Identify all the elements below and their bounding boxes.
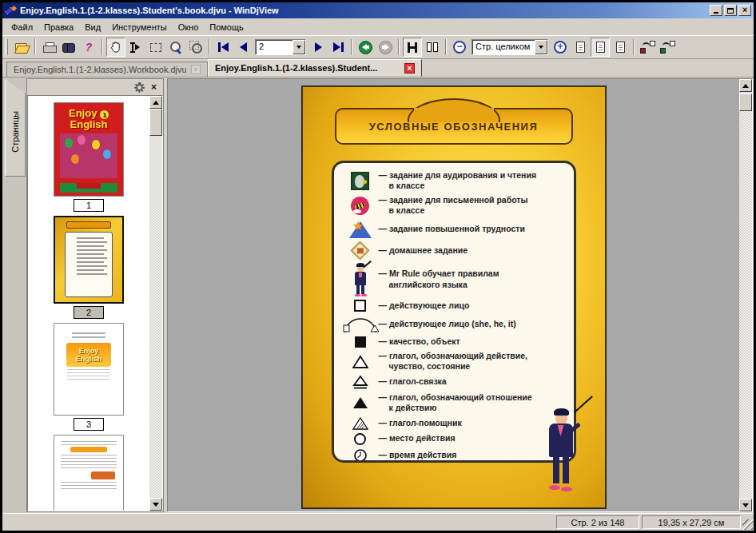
- menu-window[interactable]: Окно: [173, 21, 205, 34]
- binoculars-icon: [62, 43, 75, 51]
- scrollbar-track[interactable]: [739, 92, 752, 499]
- continuous-layout-icon: [408, 42, 417, 53]
- toolbar-separator: [445, 39, 447, 55]
- tab-students-book[interactable]: Enjoy.English.1.(1-2.klasses).Student...…: [208, 59, 422, 77]
- maximize-button[interactable]: [724, 5, 737, 16]
- toolbar-grip[interactable]: [6, 39, 8, 55]
- magnifier-rect-icon: [189, 41, 202, 54]
- next-page-button[interactable]: [308, 38, 328, 57]
- pan-tool-button[interactable]: [106, 38, 125, 57]
- facing-pages-button[interactable]: [423, 38, 442, 57]
- thumbnail-page-number[interactable]: 1: [74, 199, 104, 212]
- scrollbar-thumb[interactable]: [739, 93, 752, 111]
- gear-icon[interactable]: [136, 84, 143, 91]
- fit-width-icon: [616, 42, 625, 53]
- next-page-icon: [315, 42, 322, 52]
- toolbar-separator: [351, 39, 352, 55]
- tab-close-button[interactable]: ×: [404, 63, 415, 74]
- arch-icon: [342, 315, 379, 333]
- resize-grip[interactable]: [742, 519, 753, 530]
- menu-tools[interactable]: Инструменты: [106, 21, 173, 34]
- zoom-value[interactable]: Стр. целиком: [472, 40, 535, 54]
- legend-row: — задание для аудирования и чтенияв клас…: [342, 170, 569, 192]
- menu-view[interactable]: Вид: [79, 21, 106, 34]
- first-page-button[interactable]: [213, 38, 233, 57]
- thumbnail-page-2-selected[interactable]: 2: [54, 216, 124, 319]
- previous-page-icon: [240, 42, 247, 52]
- arrow-down-icon: [742, 503, 749, 507]
- cover-art: [60, 133, 117, 178]
- search-button[interactable]: [59, 38, 78, 57]
- menu-help[interactable]: Помощь: [204, 21, 249, 34]
- page-number-dropdown-button[interactable]: [292, 40, 305, 54]
- rotate-left-button[interactable]: [638, 38, 657, 57]
- page-title-banner: УСЛОВНЫЕ ОБОЗНАЧЕНИЯ: [335, 108, 573, 145]
- thumbnail-page-1[interactable]: Enjoy 1 English 1: [54, 102, 124, 212]
- sidebar-close-icon[interactable]: ×: [151, 82, 157, 92]
- help-button[interactable]: ?: [79, 38, 98, 57]
- rotate-left-icon: [640, 41, 655, 54]
- select-text-button[interactable]: [126, 38, 145, 57]
- select-rect-button[interactable]: [146, 38, 165, 57]
- toolbar-separator: [209, 39, 210, 55]
- zoom-in-button[interactable]: +: [551, 38, 570, 57]
- tab-close-button[interactable]: ×: [191, 65, 201, 74]
- back-button[interactable]: [356, 38, 375, 57]
- thumbnail-page-3[interactable]: Enjoy English 3: [54, 323, 124, 431]
- rotate-right-icon: [660, 41, 675, 54]
- thumbnail-image[interactable]: Enjoy English: [54, 323, 124, 416]
- square-outline-icon: [354, 300, 366, 312]
- scroll-up-button[interactable]: [739, 79, 752, 92]
- open-button[interactable]: [12, 38, 31, 57]
- page-area[interactable]: УСЛОВНЫЕ ОБОЗНАЧЕНИЯ — задание для аудир…: [168, 79, 739, 511]
- arrow-down-icon: [153, 503, 159, 507]
- scrollbar-thumb[interactable]: [149, 109, 162, 136]
- scroll-down-button[interactable]: [149, 498, 162, 511]
- menu-edit[interactable]: Правка: [38, 21, 79, 34]
- last-page-button[interactable]: [328, 38, 348, 57]
- title-bar[interactable]: Enjoy.English.1.(1-2.klasses).Student's.…: [2, 2, 754, 18]
- thumbnail-page-number[interactable]: 2: [74, 306, 104, 319]
- tab-workbook[interactable]: Enjoy.English.1.(1-2.klasses).Workbook.d…: [6, 62, 208, 77]
- zoom-dropdown-button[interactable]: [535, 40, 547, 54]
- status-page-info: Стр. 2 из 148: [556, 515, 639, 529]
- tab-label: Enjoy.English.1.(1-2.klasses).Student...: [215, 63, 400, 73]
- page-number-combobox[interactable]: 2: [255, 39, 306, 55]
- thumbnail-image[interactable]: [54, 435, 124, 511]
- actual-size-button[interactable]: [571, 38, 590, 57]
- document-scrollbar[interactable]: [739, 79, 752, 511]
- pages-panel-tab[interactable]: Страницы: [5, 79, 26, 177]
- triangle-outline-icon: [352, 355, 368, 368]
- print-button[interactable]: [39, 38, 58, 57]
- previous-page-button[interactable]: [233, 38, 253, 57]
- forward-button[interactable]: [376, 38, 395, 57]
- minimize-button[interactable]: [710, 5, 722, 16]
- document-page: УСЛОВНЫЕ ОБОЗНАЧЕНИЯ — задание для аудир…: [302, 86, 606, 508]
- thumbnail-image[interactable]: Enjoy 1 English: [54, 102, 124, 197]
- zoom-out-button[interactable]: −: [450, 38, 469, 57]
- legend-row: — Mr Rule обучает правиламанглийского яз…: [342, 263, 569, 296]
- toolbar-separator: [34, 39, 36, 55]
- zoom-combobox[interactable]: Стр. целиком: [472, 39, 548, 55]
- zoom-tool-button[interactable]: [166, 38, 185, 57]
- legend-row: — глагол-связка: [342, 376, 569, 389]
- sidebar-scrollbar[interactable]: [149, 96, 162, 511]
- scroll-down-button[interactable]: [739, 499, 752, 511]
- open-folder-icon: [15, 43, 28, 52]
- close-button[interactable]: ×: [738, 5, 751, 16]
- fit-page-button[interactable]: [591, 38, 610, 57]
- magnifier-icon: [169, 41, 182, 54]
- thumbnail-page-4[interactable]: [54, 435, 124, 511]
- toolbar-separator: [398, 39, 400, 55]
- menu-file[interactable]: Файл: [6, 21, 38, 34]
- page-number-value[interactable]: 2: [256, 40, 292, 54]
- continuous-layout-button[interactable]: [403, 38, 422, 57]
- rotate-right-button[interactable]: [658, 38, 677, 57]
- scrollbar-track[interactable]: [149, 109, 162, 498]
- legend-row: — домашнее задание: [342, 241, 569, 260]
- zoom-rect-button[interactable]: [186, 38, 205, 57]
- scroll-up-button[interactable]: [149, 96, 162, 109]
- fit-width-button[interactable]: [611, 38, 630, 57]
- thumbnail-image[interactable]: [54, 216, 124, 304]
- thumbnail-page-number[interactable]: 3: [74, 418, 104, 431]
